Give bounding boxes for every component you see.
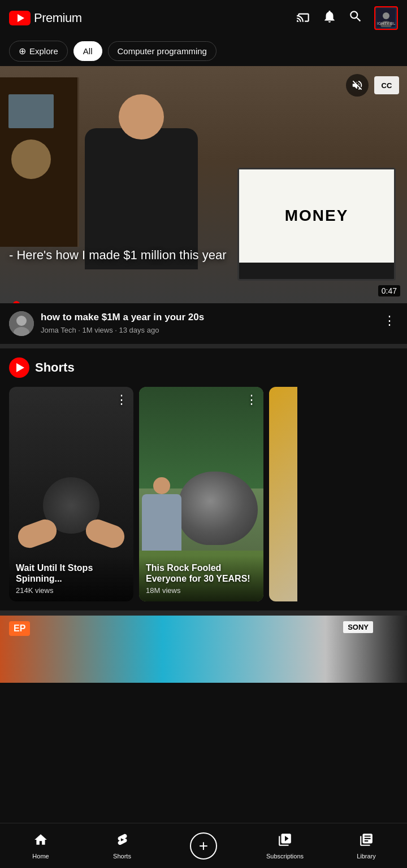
bottom-nav: Home Shorts + Subscriptions Library (0, 823, 407, 868)
youtube-logo[interactable]: Premium (9, 11, 82, 25)
section-divider (0, 344, 407, 348)
add-button[interactable]: + (190, 832, 217, 860)
all-pill[interactable]: All (73, 41, 102, 61)
svg-text:MIGHTY BUK: MIGHTY BUK (377, 21, 395, 25)
short-title-1: Wait Until It Stops Spinning... (16, 562, 127, 584)
search-icon[interactable] (348, 9, 363, 27)
cc-button[interactable]: CC (374, 76, 399, 94)
shelf-object (11, 139, 51, 179)
shorts-play-icon (16, 363, 24, 372)
all-label: All (83, 46, 93, 56)
monitor-text: MONEY (285, 207, 349, 225)
short-views-1: 214K views (16, 586, 127, 595)
premium-label: Premium (34, 11, 82, 25)
user-avatar[interactable]: MIGHTY BUK (374, 6, 398, 30)
short-card-partial (269, 387, 297, 601)
explore-pill[interactable]: ⊕ Explore (9, 41, 68, 62)
cast-icon[interactable] (296, 9, 311, 27)
short-title-2: This Rock Fooled Everyone for 30 YEARS! (146, 562, 257, 584)
shelf-decoration (0, 77, 79, 247)
svg-point-5 (16, 316, 27, 326)
filter-bar: ⊕ Explore All Computer programming (0, 36, 407, 66)
mute-button[interactable] (346, 74, 369, 97)
person-pushing (142, 494, 181, 551)
short-card-2[interactable]: This Rock Fooled Everyone for 30 YEARS! … (139, 387, 263, 601)
home-label: Home (32, 853, 49, 860)
nav-home[interactable]: Home (0, 832, 81, 860)
person2-head (153, 477, 170, 494)
library-icon (359, 832, 374, 850)
video-sub-info: Joma Tech · 1M views · 13 days ago (41, 326, 374, 334)
header-actions: MIGHTY BUK (296, 6, 398, 30)
nav-shorts[interactable]: Shorts (81, 832, 163, 860)
short-thumbnail-1: Wait Until It Stops Spinning... 214K vie… (9, 387, 133, 601)
video-meta: how to make $1M a year in your 20s Joma … (41, 311, 374, 334)
video-caption: - Here's how I made $1 million this year (9, 247, 362, 264)
sony-badge: SONY (343, 621, 373, 633)
short-overlay-2: This Rock Fooled Everyone for 30 YEARS! … (139, 556, 263, 601)
video-controls-top: CC (346, 74, 399, 97)
subscriptions-label: Subscriptions (266, 853, 304, 860)
svg-point-1 (383, 12, 389, 19)
short-overlay-1: Wait Until It Stops Spinning... 214K vie… (9, 556, 133, 601)
separator-1: · (78, 326, 82, 334)
plus-icon: + (199, 838, 208, 854)
compass-icon: ⊕ (19, 46, 26, 56)
subscriptions-icon (278, 832, 292, 850)
video-title: how to make $1M a year in your 20s (41, 311, 374, 324)
computer-programming-pill[interactable]: Computer programming (108, 41, 217, 61)
duration-badge: 0:47 (378, 285, 400, 296)
hand-right (83, 516, 127, 551)
main-video-player[interactable]: MONEY CC - Here's how I made $1 million … (0, 66, 407, 303)
library-label: Library (357, 853, 376, 860)
explore-label: Explore (29, 46, 58, 56)
short-more-btn-1[interactable]: ⋮ (115, 392, 128, 407)
logo-area: Premium (9, 11, 82, 25)
post-date: 13 days ago (119, 326, 159, 334)
view-count: 1M views (83, 326, 113, 334)
nav-add[interactable]: + (163, 832, 244, 860)
shorts-nav-icon (115, 832, 129, 850)
video-thumbnail: MONEY CC - Here's how I made $1 million … (0, 66, 407, 303)
short-card-1[interactable]: Wait Until It Stops Spinning... 214K vie… (9, 387, 133, 601)
separator-2: · (115, 326, 119, 334)
bell-icon[interactable] (322, 9, 337, 27)
home-icon (33, 832, 48, 850)
avatar-image: MIGHTY BUK (376, 8, 396, 28)
rock-object (179, 472, 258, 545)
shorts-section: Shorts Wait Until It Stops Spinning... 2… (0, 348, 407, 610)
next-video-thumb: EP SONY (0, 616, 407, 683)
shorts-grid: Wait Until It Stops Spinning... 214K vie… (9, 387, 407, 601)
shorts-title: Shorts (35, 360, 75, 375)
nav-library[interactable]: Library (326, 832, 407, 860)
ep-badge: EP (9, 621, 30, 636)
shorts-header: Shorts (9, 357, 407, 378)
next-video-section[interactable]: EP SONY (0, 615, 407, 683)
bottom-spacer (0, 683, 407, 728)
short-thumbnail-2: This Rock Fooled Everyone for 30 YEARS! … (139, 387, 263, 601)
short-views-2: 18M views (146, 586, 257, 595)
app-header: Premium (0, 0, 407, 36)
shorts-logo (9, 357, 29, 378)
short-more-btn-2[interactable]: ⋮ (245, 392, 258, 407)
channel-avatar[interactable] (9, 311, 34, 336)
section-divider-2 (0, 610, 407, 615)
video-scene: MONEY (0, 66, 407, 303)
more-options-button[interactable]: ⋮ (381, 311, 398, 330)
channel-avatar-image (9, 311, 34, 336)
nav-subscriptions[interactable]: Subscriptions (244, 832, 326, 860)
shelf-art (8, 94, 54, 128)
progress-dot (13, 301, 20, 303)
channel-name: Joma Tech (41, 326, 76, 334)
video-info: how to make $1M a year in your 20s Joma … (0, 303, 407, 344)
computer-programming-label: Computer programming (118, 46, 207, 56)
person-head (119, 94, 164, 139)
shorts-nav-label: Shorts (113, 853, 131, 860)
monitor: MONEY (237, 168, 396, 281)
short-thumbnail-partial (269, 387, 297, 601)
yt-play-icon (9, 11, 31, 25)
